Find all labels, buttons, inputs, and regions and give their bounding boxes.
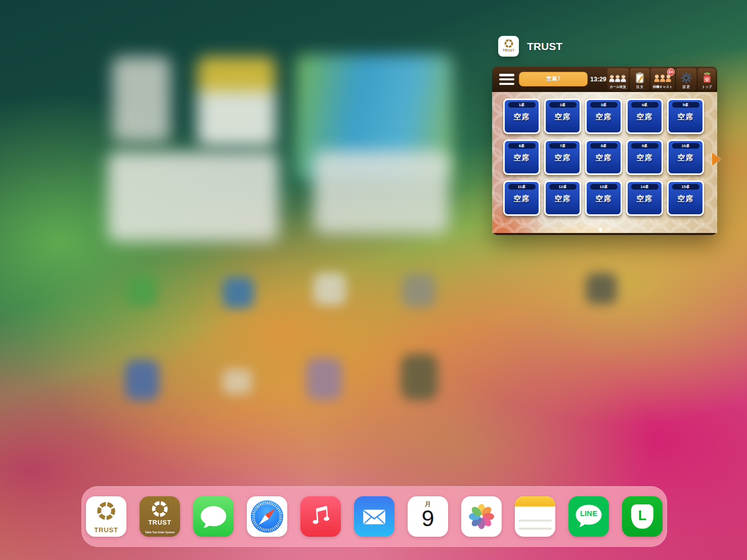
notes-line [518,520,552,522]
trust-wordmark: TRUST [86,526,126,534]
notes-yellow-band [515,496,555,507]
calendar-day: 9 [408,505,448,532]
hamburger-menu-icon [499,74,514,85]
table-card: 12卓空席 [544,180,581,216]
table-status: 空席 [678,194,694,204]
blurred-app-icon [586,273,617,304]
dock: TRUST TRUST Table Top Order System [81,486,667,547]
blurred-window [108,152,279,242]
table-number-badge: 12卓 [549,184,577,190]
table-status: 空席 [555,153,571,163]
order-button: 注 文 [630,68,649,90]
blurred-app-icon [223,369,252,394]
table-card: 8卓空席 [585,139,622,175]
blurred-app-icon [401,354,438,400]
dock-app-notes[interactable] [515,496,555,537]
envelope-icon [358,500,390,533]
table-number-badge: 11卓 [508,184,536,190]
table-card: 2卓空席 [544,99,581,134]
table-card: 11卓空席 [503,180,540,216]
dock-app-trust[interactable]: TRUST [86,496,126,537]
switcher-app-label: TRUST TRUST [498,36,562,57]
top-home-icon [701,71,713,84]
waiting-cast-button: 24 待機キャスト [651,68,675,90]
table-number-badge: 8卓 [590,143,618,149]
page-dot [607,228,610,231]
table-status: 空席 [678,112,694,122]
blurred-app-icon [223,277,254,308]
dock-app-line[interactable]: LINE [568,496,609,537]
settings-button: 設 定 [676,68,696,90]
table-status: 空席 [514,194,530,204]
table-number-badge: 6卓 [508,143,536,149]
order-clipboard-icon [634,71,645,84]
table-card: 3卓空席 [585,99,622,134]
hall-status-button: ホール状況 [607,68,629,90]
table-card: 13卓空席 [585,180,622,216]
table-number-badge: 1卓 [508,102,536,108]
blurred-window [112,57,170,143]
trust-app-icon[interactable]: TRUST [498,36,519,57]
dock-app-trust-order-system[interactable]: TRUST Table Top Order System [140,496,180,537]
table-status: 空席 [596,153,612,163]
blurred-window [314,151,449,234]
blurred-app-icon [306,358,342,400]
table-number-badge: 10卓 [672,143,699,149]
safari-compass-icon [251,500,283,533]
trust-app-preview-window[interactable]: 営業7 13:29 ホール状況 [492,67,717,235]
blurred-app-icon [402,274,435,307]
table-status: 空席 [637,112,653,122]
table-card: 7卓空席 [544,139,581,175]
preview-header-bar: 営業7 13:29 ホール状況 [492,67,717,92]
shield-letter: L [638,508,647,524]
clock-text: 13:29 [590,67,606,92]
table-number-badge: 5卓 [672,102,699,108]
table-card: 4卓空席 [626,99,663,134]
table-number-badge: 13卓 [590,184,618,190]
line-wordmark: LINE [574,509,603,518]
page-dot-active [599,228,602,231]
shield-icon: L [631,504,653,529]
next-page-arrow-icon [712,153,721,166]
table-status: 空席 [678,153,694,163]
aperture-logo-icon [150,499,170,519]
dock-app-mail[interactable] [354,496,394,537]
table-card: 14卓空席 [626,180,663,216]
blurred-app-icon [125,360,159,400]
table-number-badge: 3卓 [590,102,618,108]
table-status: 空席 [596,194,612,204]
table-status: 空席 [514,153,530,163]
table-status: 空席 [637,194,653,204]
trust-wordmark: TRUST [140,519,180,526]
blurred-window [197,57,276,147]
dock-app-music[interactable] [300,496,341,537]
table-status-board: 1卓空席 2卓空席 3卓空席 4卓空席 5卓空席 6卓空席 7卓空席 8卓空席 … [492,92,717,233]
dock-app-safari[interactable] [247,496,287,537]
table-card: 5卓空席 [667,99,704,134]
aperture-logo-icon [503,38,514,49]
store-name-button: 営業7 [519,72,588,86]
waiting-cast-count-badge: 24 [667,68,675,76]
table-card: 6卓空席 [503,139,540,175]
dock-app-calendar[interactable]: 月 9 [408,496,448,537]
table-card: 10卓空席 [667,139,704,175]
dock-app-photos[interactable] [461,496,502,537]
switcher-app-title: TRUST [527,40,562,53]
table-card: 9卓空席 [626,139,663,175]
table-number-badge: 9卓 [631,143,658,149]
hall-status-people-icon [609,71,627,84]
line-bubble-icon: LINE [574,502,603,531]
preview-toolbar: ホール状況 注 文 24 [607,68,716,90]
trust-subtitle: Table Top Order System [141,531,179,534]
table-number-badge: 2卓 [549,102,577,108]
table-status: 空席 [514,112,530,122]
trust-icon-wordmark: TRUST [503,49,515,52]
top-button: トップ [698,68,716,90]
blurred-app-icon [126,275,157,306]
notes-line [518,528,552,530]
dock-app-messages[interactable] [193,496,234,537]
aperture-logo-icon [95,499,118,523]
dock-app-line-shield[interactable]: L [622,496,663,537]
table-number-badge: 4卓 [631,102,658,108]
page-indicator [492,228,717,231]
